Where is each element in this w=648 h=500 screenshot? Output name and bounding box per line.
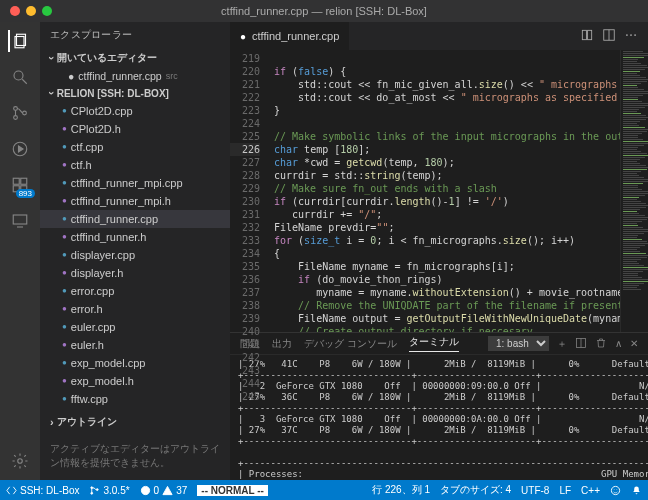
editor[interactable]: 2192202212222232242252262272282292302312… xyxy=(230,50,648,332)
svg-point-6 xyxy=(23,111,27,115)
svg-point-33 xyxy=(614,489,615,490)
open-editor-name: ctffind_runner.cpp xyxy=(78,70,161,82)
debug-icon[interactable] xyxy=(9,138,31,160)
search-icon[interactable] xyxy=(9,66,31,88)
close-panel-icon[interactable]: ✕ xyxy=(630,338,638,349)
file-item[interactable]: exp_model.h xyxy=(40,372,230,390)
line-gutter: 2192202212222232242252262272282292302312… xyxy=(230,50,266,332)
status-position[interactable]: 行 226、列 1 xyxy=(372,483,430,497)
tab-ctffind-runner[interactable]: ● ctffind_runner.cpp xyxy=(230,22,350,50)
minimap[interactable] xyxy=(620,50,648,332)
code-area[interactable]: if (false) { std::cout << fn_mic_given_a… xyxy=(266,50,620,332)
status-tabsize[interactable]: タブのサイズ: 4 xyxy=(440,483,511,497)
sidebar-title: エクスプローラー xyxy=(40,22,230,48)
source-control-icon[interactable] xyxy=(9,102,31,124)
new-terminal-icon[interactable]: ＋ xyxy=(557,337,567,351)
settings-icon[interactable] xyxy=(9,450,31,472)
more-icon[interactable] xyxy=(624,28,638,44)
file-item[interactable]: ctffind_runner_mpi.h xyxy=(40,192,230,210)
modified-dot: ● xyxy=(68,70,74,82)
svg-point-4 xyxy=(14,107,18,111)
file-item[interactable]: ctffind_runner.cpp xyxy=(40,210,230,228)
svg-rect-9 xyxy=(13,178,19,184)
activity-bar xyxy=(0,22,40,480)
panel-tab-output[interactable]: 出力 xyxy=(272,337,292,351)
file-tree: CPlot2D.cppCPlot2D.hctf.cppctf.hctffind_… xyxy=(40,102,230,412)
svg-marker-8 xyxy=(19,146,24,152)
extensions-icon[interactable] xyxy=(9,174,31,196)
file-item[interactable]: error.h xyxy=(40,300,230,318)
modified-indicator-icon: ● xyxy=(240,31,246,42)
svg-rect-17 xyxy=(588,30,592,39)
svg-rect-13 xyxy=(13,215,27,224)
status-branch[interactable]: 3.0.5* xyxy=(89,485,129,496)
open-editor-dir: src xyxy=(166,71,178,81)
window-title: ctffind_runner.cpp — relion [SSH: DL-Box… xyxy=(221,5,427,17)
minimize-icon[interactable] xyxy=(26,6,36,16)
split-terminal-icon[interactable] xyxy=(575,337,587,351)
file-item[interactable]: ctffind_runner_mpi.cpp xyxy=(40,174,230,192)
svg-point-27 xyxy=(97,488,99,490)
split-icon[interactable] xyxy=(602,28,616,44)
open-editor-item[interactable]: ● ctffind_runner.cpp src xyxy=(40,68,230,84)
project-section[interactable]: RELION [SSH: DL-BOX] xyxy=(40,84,230,102)
terminal-output[interactable]: | 27% 41C P8 6W / 180W | 2MiB / 8119MiB … xyxy=(230,355,648,480)
maximize-icon[interactable] xyxy=(42,6,52,16)
file-item[interactable]: CPlot2D.h xyxy=(40,120,230,138)
tab-label: ctffind_runner.cpp xyxy=(252,30,339,42)
file-item[interactable]: error.cpp xyxy=(40,282,230,300)
file-item[interactable]: exp_model.cpp xyxy=(40,354,230,372)
file-item[interactable]: ctf.h xyxy=(40,156,230,174)
svg-point-21 xyxy=(630,34,632,36)
bottom-panel: 問題 出力 デバッグ コンソール ターミナル 1: bash ＋ ∧ ✕ | 2… xyxy=(230,332,648,480)
svg-point-26 xyxy=(91,492,93,494)
remote-icon[interactable] xyxy=(9,210,31,232)
svg-point-22 xyxy=(634,34,636,36)
svg-point-34 xyxy=(616,489,617,490)
status-problems[interactable]: 0 37 xyxy=(140,485,188,496)
maximize-panel-icon[interactable]: ∧ xyxy=(615,338,622,349)
feedback-icon[interactable] xyxy=(610,485,621,496)
svg-point-25 xyxy=(91,486,93,488)
status-eol[interactable]: LF xyxy=(559,485,571,496)
svg-point-15 xyxy=(18,459,23,464)
file-item[interactable]: ctf.cpp xyxy=(40,138,230,156)
svg-point-32 xyxy=(611,486,619,494)
file-item[interactable]: fftw.cpp xyxy=(40,390,230,408)
open-editors-section[interactable]: 開いているエディター xyxy=(40,48,230,68)
file-item[interactable]: euler.h xyxy=(40,336,230,354)
bell-icon[interactable] xyxy=(631,485,642,496)
trash-icon[interactable] xyxy=(595,337,607,351)
status-language[interactable]: C++ xyxy=(581,485,600,496)
panel-tab-debug[interactable]: デバッグ コンソール xyxy=(304,337,397,351)
svg-line-3 xyxy=(22,79,27,84)
outline-message: アクティブなエディターはアウトライン情報を提供できません。 xyxy=(40,432,230,480)
file-item[interactable]: CPlot2D.cpp xyxy=(40,102,230,120)
status-encoding[interactable]: UTF-8 xyxy=(521,485,549,496)
svg-point-2 xyxy=(14,71,23,80)
svg-rect-16 xyxy=(582,30,586,39)
sidebar: エクスプローラー 開いているエディター ● ctffind_runner.cpp… xyxy=(40,22,230,480)
explorer-icon[interactable] xyxy=(8,30,30,52)
titlebar: ctffind_runner.cpp — relion [SSH: DL-Box… xyxy=(0,0,648,22)
compare-icon[interactable] xyxy=(580,28,594,44)
svg-point-5 xyxy=(14,116,18,120)
panel-tab-terminal[interactable]: ターミナル xyxy=(409,335,459,352)
status-vim-mode: -- NORMAL -- xyxy=(197,485,268,496)
svg-point-20 xyxy=(626,34,628,36)
close-icon[interactable] xyxy=(10,6,20,16)
file-item[interactable]: displayer.cpp xyxy=(40,246,230,264)
file-item[interactable]: euler.cpp xyxy=(40,318,230,336)
outline-section[interactable]: アウトライン xyxy=(40,412,230,432)
file-item[interactable]: displayer.h xyxy=(40,264,230,282)
status-bar: SSH: DL-Box 3.0.5* 0 37 -- NORMAL -- 行 2… xyxy=(0,480,648,500)
tab-bar: ● ctffind_runner.cpp xyxy=(230,22,648,50)
svg-rect-11 xyxy=(13,186,19,192)
svg-rect-10 xyxy=(21,178,27,184)
file-item[interactable]: ctffind_runner.h xyxy=(40,228,230,246)
status-remote[interactable]: SSH: DL-Box xyxy=(6,485,79,496)
svg-rect-12 xyxy=(21,186,27,192)
terminal-select[interactable]: 1: bash xyxy=(488,336,549,351)
